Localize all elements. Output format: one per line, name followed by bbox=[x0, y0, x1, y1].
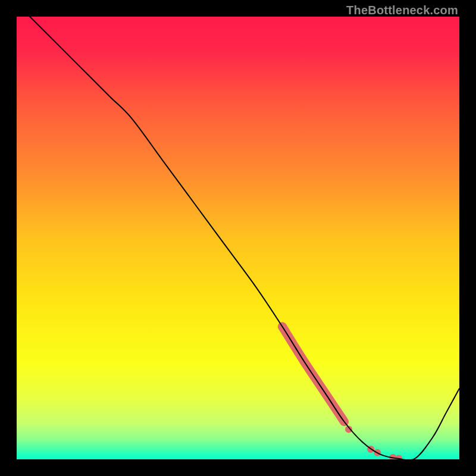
chart-plot-area bbox=[17, 17, 459, 459]
highlight-dots bbox=[345, 425, 402, 459]
bottleneck-curve bbox=[17, 17, 459, 459]
watermark-text: TheBottleneck.com bbox=[346, 4, 458, 17]
chart-frame bbox=[17, 17, 459, 459]
chart-curve-layer bbox=[17, 17, 459, 459]
